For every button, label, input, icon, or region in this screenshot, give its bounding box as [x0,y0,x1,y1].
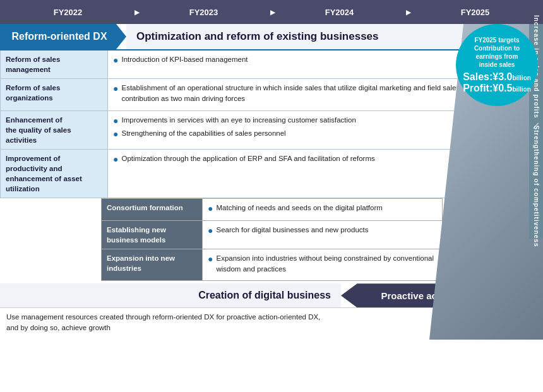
year-2025: FY2025 [407,8,543,17]
digital-right-business: ● Search for digital businesses and new … [203,220,443,249]
left-cell-sales-org: Reform of sales organizations [1,79,108,111]
bullet-item: ● Expansion into industries without bein… [208,253,437,275]
bullet-dot: ● [208,203,213,214]
bullet-item: ● Search for digital businesses and new … [208,225,437,236]
main-wrapper: FY2022 FY2023 FY2024 FY2025 FY2025 targe… [0,0,543,340]
table-row: Reform of sales management ● Introductio… [1,50,529,79]
creation-label: Creation of digital business [0,283,341,307]
table-row: Reform of sales organizations ● Establis… [1,79,529,111]
target-profit: Profit:¥0.5billion [463,83,531,94]
digital-right-consortium: ● Matching of needs and seeds on the dig… [203,199,443,220]
table-row: Expansion into newindustries ● Expansion… [102,249,443,281]
bullet-text: Improvements in services with an eye to … [121,115,355,126]
bullet-dot: ● [113,83,118,94]
left-cell-quality: Enhancement ofthe quality of sales activ… [1,110,108,149]
target-sales: Sales:¥3.0billion [463,71,531,83]
bullet-dot: ● [113,54,118,66]
target-title: FY2025 targetsContribution toearnings fr… [474,36,520,69]
left-cell-productivity: Improvement of productivity andenhanceme… [1,149,108,198]
bullet-text: Expansion into industries without being … [216,253,437,275]
bullet-text: Optimization through the application of … [121,153,374,164]
bullet-dot: ● [113,115,118,126]
year-2023: FY2023 [136,8,272,17]
bullet-item: ● Matching of needs and seeds on the dig… [208,203,437,214]
digital-left-business: Establishing newbusiness models [102,220,203,249]
bullet-dot: ● [208,253,213,264]
bullet-dot: ● [113,153,118,165]
target-circle: FY2025 targetsContribution toearnings fr… [456,24,538,106]
bullet-dot: ● [208,225,213,236]
bullet-text: Matching of needs and seeds on the digit… [216,203,382,213]
digital-left-consortium: Consortium formation [102,199,203,220]
digital-right-expansion: ● Expansion into industries without bein… [203,249,443,281]
bullet-text: Introduction of KPI-based management [121,54,248,65]
reform-label: Reform-oriented DX [0,24,126,49]
digital-table: Consortium formation ● Matching of needs… [101,198,443,281]
table-row: Establishing newbusiness models ● Search… [102,220,443,249]
table-row: Consortium formation ● Matching of needs… [102,199,443,220]
bullet-text: Strengthening of the capabilities of sal… [121,128,285,139]
year-2022: FY2022 [0,8,136,17]
left-cell-sales-mgmt: Reform of sales management [1,50,108,79]
table-row: Enhancement ofthe quality of sales activ… [1,110,529,149]
year-2024: FY2024 [272,8,407,17]
timeline-header: FY2022 FY2023 FY2024 FY2025 [0,0,543,24]
digital-left-expansion: Expansion into newindustries [102,249,203,281]
bullet-text: Search for digital businesses and new pr… [216,225,368,235]
bullet-dot: ● [113,128,118,140]
